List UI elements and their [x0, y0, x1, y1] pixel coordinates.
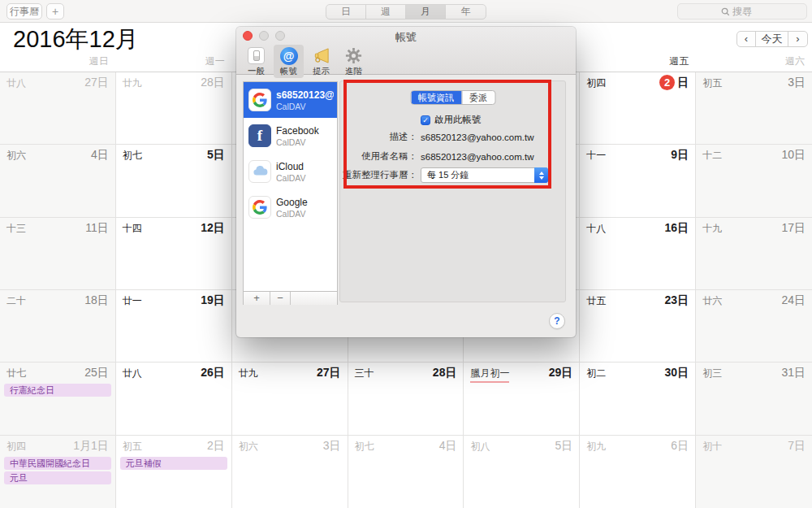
calendar-cell[interactable]: 十三11日 — [0, 218, 116, 290]
account-detail-pane: 帳號資訊 委派 ✓ 啟用此帳號 描述： s68520123@yahoo.com.… — [339, 80, 566, 302]
calendar-cell[interactable]: 初九6日 — [580, 436, 696, 508]
date-label: 2日 — [207, 439, 225, 454]
date-label: 1月1日 — [73, 439, 109, 454]
search-input[interactable] — [732, 6, 763, 17]
calendar-cell[interactable]: 廿五23日 — [580, 290, 696, 363]
accounts-toolbar-item[interactable]: @帳號 — [274, 45, 304, 78]
account-rows: s68520123@...CalDAVfFacebookCalDAViCloud… — [244, 82, 337, 291]
event-pill[interactable]: 行憲紀念日 — [4, 384, 111, 397]
view-segment-年[interactable]: 年 — [446, 5, 486, 19]
calendar-cell[interactable]: 初十7日 — [696, 436, 812, 508]
enable-account-checkbox[interactable]: ✓ — [421, 115, 430, 125]
username-value: s68520123@yahoo.com.tw — [421, 152, 534, 162]
account-name: s68520123@... — [276, 89, 334, 101]
calendar-cell[interactable]: 初八5日 — [464, 436, 580, 508]
date-label: 10日 — [781, 148, 806, 163]
google-icon — [248, 196, 271, 219]
list-button-bar: + − — [244, 291, 337, 305]
calendar-cell[interactable]: 初四2日 — [580, 72, 696, 145]
calendar-cell[interactable]: 廿八26日 — [116, 363, 232, 435]
calendar-cell[interactable]: 初六3日 — [232, 436, 348, 508]
calendars-button[interactable]: 行事曆 — [6, 3, 42, 20]
help-button[interactable]: ? — [549, 313, 565, 329]
today-button[interactable]: 今天 — [756, 32, 788, 46]
event-pill[interactable]: 中華民國開國紀念日 — [4, 457, 111, 470]
lunar-label: 初九 — [586, 440, 606, 454]
advanced-toolbar-item[interactable]: 進階 — [339, 45, 369, 78]
calendar-cell[interactable]: 初七5日 — [116, 145, 232, 217]
add-account-button[interactable]: + — [244, 292, 270, 305]
event-pill[interactable]: 元旦 — [4, 471, 111, 484]
event-pill[interactable]: 元旦補假 — [120, 457, 227, 470]
calendar-cell[interactable]: 初二30日 — [580, 363, 696, 435]
cell-header: 廿九27日 — [232, 363, 348, 380]
calendar-cell[interactable]: 初四1月1日中華民國開國紀念日元旦 — [0, 436, 116, 508]
view-segment-週[interactable]: 週 — [366, 5, 406, 19]
date-label: 31日 — [781, 366, 806, 380]
calendar-cell[interactable]: 廿九27日 — [232, 363, 348, 435]
cell-header: 初四1月1日 — [0, 436, 115, 454]
date-label: 11日 — [85, 221, 109, 236]
lunar-label: 初二 — [586, 367, 606, 380]
lunar-label: 初三 — [702, 367, 722, 380]
date-label: 17日 — [781, 221, 806, 236]
general-toolbar-item[interactable]: 一般 — [241, 45, 271, 78]
alerts-toolbar-item[interactable]: 提示 — [306, 45, 336, 78]
calendar-cell[interactable]: 十二10日 — [696, 145, 812, 217]
calendar-cell[interactable]: 十四12日 — [116, 218, 232, 290]
prev-month-button[interactable]: ‹ — [737, 32, 756, 46]
date-label: 26日 — [201, 366, 225, 380]
search-field[interactable] — [677, 3, 807, 20]
cell-header: 初七4日 — [348, 436, 464, 454]
toolbar-item-label: 一般 — [248, 66, 265, 77]
lunar-label: 初五 — [702, 76, 722, 90]
calendar-cell[interactable]: 廿六24日 — [696, 290, 812, 363]
today-badge: 2 — [659, 75, 675, 90]
view-segment-月[interactable]: 月 — [406, 5, 446, 19]
calendar-cell[interactable]: 三十28日 — [348, 363, 464, 435]
lunar-label: 臘月初一 — [470, 367, 509, 383]
view-segment-日[interactable]: 日 — [326, 5, 366, 19]
search-icon — [721, 7, 730, 16]
calendar-cell[interactable]: 初三31日 — [696, 363, 812, 435]
calendar-cell[interactable]: 初六4日 — [0, 145, 116, 217]
account-row-s68520123[interactable]: s68520123@...CalDAV — [244, 82, 337, 118]
cell-header: 廿九28日 — [116, 72, 231, 90]
toolbar-item-label: 帳號 — [280, 66, 297, 77]
account-row-google[interactable]: GoogleCalDAV — [244, 189, 337, 225]
calendar-cell[interactable]: 初七4日 — [348, 436, 464, 508]
calendar-cell[interactable]: 十一9日 — [580, 145, 696, 217]
calendar-cell[interactable]: 二十18日 — [0, 290, 116, 363]
remove-account-button[interactable]: − — [270, 292, 291, 305]
calendar-cell[interactable]: 初五2日元旦補假 — [116, 436, 232, 508]
calendar-cell[interactable]: 廿八27日 — [0, 72, 116, 145]
account-row-facebook[interactable]: fFacebookCalDAV — [244, 118, 337, 154]
next-month-button[interactable]: › — [788, 32, 807, 46]
date-label: 30日 — [665, 366, 689, 380]
calendar-cell[interactable]: 廿七25日行憲紀念日 — [0, 363, 116, 435]
calendar-cell[interactable]: 廿九28日 — [116, 72, 232, 145]
facebook-icon: f — [248, 124, 271, 147]
calendar-cell[interactable]: 十九17日 — [696, 218, 812, 290]
date-label: 7日 — [788, 439, 806, 454]
refresh-interval-select[interactable]: 每 15 分鐘 — [421, 167, 548, 183]
lunar-label: 十八 — [586, 222, 606, 236]
cell-header: 十四12日 — [116, 218, 231, 236]
account-list: s68520123@...CalDAVfFacebookCalDAViCloud… — [243, 81, 338, 305]
tab-delegation[interactable]: 委派 — [461, 91, 495, 104]
calendar-cell[interactable]: 臘月初一29日 — [464, 363, 580, 435]
calendar-cell[interactable]: 廿一19日 — [116, 290, 232, 363]
date-label: 28日 — [433, 366, 457, 380]
general-icon — [247, 46, 266, 65]
cell-header: 三十28日 — [348, 363, 464, 380]
tab-account-info[interactable]: 帳號資訊 — [411, 91, 461, 104]
account-name: Facebook — [276, 125, 319, 137]
add-event-button[interactable]: + — [46, 3, 64, 20]
lunar-label: 廿八 — [123, 367, 142, 380]
alerts-icon — [312, 46, 330, 65]
calendar-cell[interactable]: 初五3日 — [696, 72, 812, 145]
calendar-cell[interactable]: 十八16日 — [580, 218, 696, 290]
date-label: 28日 — [201, 76, 225, 90]
account-row-icloud[interactable]: iCloudCalDAV — [244, 154, 337, 189]
date-label: 29日 — [549, 366, 573, 380]
